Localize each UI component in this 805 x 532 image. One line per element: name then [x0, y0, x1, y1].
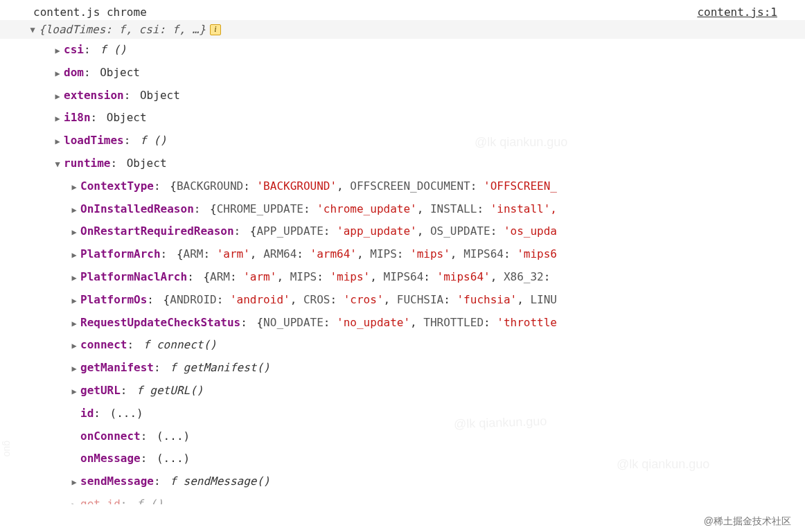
- prop-row-platformnaclarch[interactable]: ▶ PlatformNaclArch: {ARM: 'arm', MIPS: '…: [0, 266, 805, 289]
- prop-row-loadtimes[interactable]: ▶ loadTimes: f (): [0, 130, 805, 152]
- prop-row-dom[interactable]: ▶ dom: Object: [0, 62, 805, 85]
- prop-row-onrestartrequiredreason[interactable]: ▶ OnRestartRequiredReason: {APP_UPDATE: …: [0, 220, 805, 243]
- prop-row-platformarch[interactable]: ▶ PlatformArch: {ARM: 'arm', ARM64: 'arm…: [0, 243, 805, 266]
- chevron-right-icon[interactable]: ▶: [69, 271, 79, 286]
- chevron-right-icon[interactable]: ▶: [69, 225, 79, 240]
- prop-row-contexttype[interactable]: ▶ ContextType: {BACKGROUND: 'BACKGROUND'…: [0, 175, 805, 198]
- prop-row-connect[interactable]: ▶ connect: f connect(): [0, 334, 805, 357]
- chevron-right-icon[interactable]: ▶: [53, 89, 62, 105]
- object-summary-row[interactable]: ▼ {loadTimes: f, csi: f, …} i: [0, 20, 805, 39]
- console-panel: content.js chrome content.js:1 ▼ {loadTi…: [0, 0, 805, 504]
- prop-row-onconnect[interactable]: onConnect: (...): [0, 425, 805, 448]
- chevron-down-icon[interactable]: ▼: [53, 157, 62, 172]
- footer-watermark: @稀土掘金技术社区: [704, 515, 791, 528]
- prop-row-csi[interactable]: ▶ csi: f (): [0, 39, 805, 62]
- prop-row-oninstalledreason[interactable]: ▶ OnInstalledReason: {CHROME_UPDATE: 'ch…: [0, 198, 805, 221]
- log-source-link[interactable]: content.js:1: [697, 6, 777, 19]
- chevron-down-icon[interactable]: ▼: [28, 25, 37, 35]
- chevron-right-icon[interactable]: ▶: [69, 203, 79, 218]
- log-source-header: content.js chrome content.js:1: [0, 4, 805, 20]
- chevron-right-icon[interactable]: ▶: [69, 339, 79, 354]
- chevron-right-icon[interactable]: ▶: [53, 44, 62, 59]
- chevron-right-icon[interactable]: ▶: [53, 112, 62, 127]
- chevron-right-icon[interactable]: ▶: [53, 134, 62, 150]
- chevron-right-icon[interactable]: ▶: [69, 248, 79, 263]
- prop-row-sendmessage[interactable]: ▶ sendMessage: f sendMessage(): [0, 470, 805, 493]
- prop-row-geturl[interactable]: ▶ getURL: f getURL(): [0, 380, 805, 402]
- prop-row-onmessage[interactable]: onMessage: (...): [0, 447, 805, 470]
- log-source-file: content.js chrome: [33, 6, 147, 19]
- chevron-right-icon[interactable]: ▶: [69, 384, 79, 400]
- chevron-right-icon[interactable]: ▶: [69, 294, 79, 309]
- prop-row-i18n[interactable]: ▶ i18n: Object: [0, 107, 805, 130]
- object-summary-text: {loadTimes: f, csi: f, …}: [39, 23, 206, 36]
- chevron-right-icon[interactable]: ▶: [69, 180, 79, 195]
- chevron-right-icon[interactable]: ▶: [69, 362, 79, 377]
- prop-row-getmanifest[interactable]: ▶ getManifest: f getManifest(): [0, 357, 805, 380]
- prop-row-platformos[interactable]: ▶ PlatformOs: {ANDROID: 'android', CROS:…: [0, 289, 805, 312]
- prop-row-id[interactable]: id: (...): [0, 402, 805, 425]
- prop-row-getid-cut[interactable]: ▶ get id: f (): [0, 493, 805, 504]
- prop-row-requestupdatecheckstatus[interactable]: ▶ RequestUpdateCheckStatus: {NO_UPDATE: …: [0, 312, 805, 335]
- chevron-right-icon[interactable]: ▶: [69, 498, 79, 504]
- prop-row-extension[interactable]: ▶ extension: Object: [0, 85, 805, 107]
- chevron-right-icon[interactable]: ▶: [69, 475, 79, 490]
- chevron-right-icon[interactable]: ▶: [69, 317, 79, 332]
- prop-row-runtime[interactable]: ▼ runtime: Object: [0, 152, 805, 175]
- info-icon[interactable]: i: [210, 24, 221, 35]
- chevron-right-icon[interactable]: ▶: [53, 66, 62, 82]
